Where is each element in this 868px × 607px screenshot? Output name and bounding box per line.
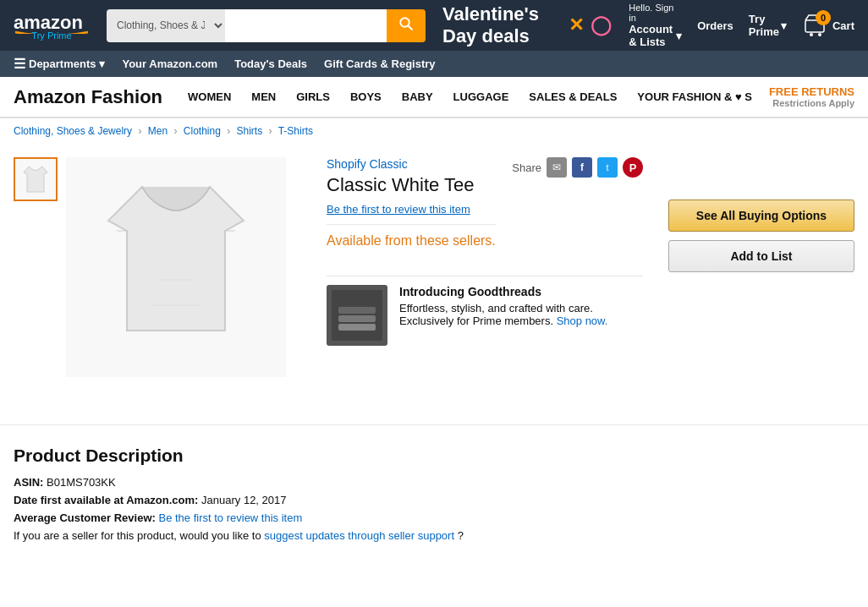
- share-label: Share: [512, 161, 541, 174]
- nav-girls[interactable]: GIRLS: [296, 90, 330, 103]
- goodthreads-text: Introducing Goodthreads Effortless, styl…: [399, 285, 643, 327]
- fashion-nav: WOMEN MEN GIRLS BOYS BABY LUGGAGE SALES …: [188, 90, 769, 103]
- product-thumbnail-1[interactable]: [14, 157, 58, 201]
- nav-men[interactable]: MEN: [251, 90, 276, 103]
- try-prime-btn[interactable]: Try Prime ▾: [749, 13, 787, 38]
- nav-luggage[interactable]: LUGGAGE: [453, 90, 509, 103]
- fashion-header: Amazon Fashion WOMEN MEN GIRLS BOYS BABY…: [0, 77, 868, 118]
- sub-nav: ☰ Departments ▾ Your Amazon.com Today's …: [0, 51, 868, 77]
- date-row: Date first available at Amazon.com: Janu…: [14, 494, 854, 506]
- try-prime-label[interactable]: Try Prime: [31, 30, 71, 41]
- top-right-controls: Hello. Sign in Account & Lists ▾ Orders …: [629, 3, 854, 48]
- goodthreads-img-svg: [332, 290, 382, 341]
- svg-rect-11: [338, 307, 376, 314]
- orders-link[interactable]: Orders: [697, 19, 733, 32]
- valentines-banner: Valentine's Day deals ✕ ◯: [442, 3, 612, 47]
- top-banner: amazon Try Prime Clothing, Shoes & Je...…: [0, 0, 868, 51]
- svg-rect-12: [338, 315, 376, 322]
- product-tee-image: [91, 170, 261, 364]
- svg-point-5: [818, 33, 821, 36]
- goodthreads-image: [327, 285, 387, 346]
- review-row: Average Customer Review: Be the first to…: [14, 511, 854, 524]
- main-product-image[interactable]: [66, 157, 286, 377]
- thumbnail-list: [14, 157, 58, 377]
- free-returns: FREE RETURNS Restrictions Apply: [769, 85, 854, 108]
- share-pinterest-button[interactable]: P: [623, 157, 643, 178]
- svg-line-2: [408, 25, 412, 30]
- divider-1: [327, 224, 496, 225]
- share-twitter-button[interactable]: t: [597, 157, 618, 178]
- search-icon: [398, 16, 414, 31]
- fashion-logo[interactable]: Amazon Fashion: [14, 86, 162, 108]
- goodthreads-shop-link[interactable]: Shop now.: [557, 314, 608, 327]
- product-description-section: Product Description ASIN: B01MS703KK Dat…: [0, 424, 868, 567]
- share-row: Share ✉ f t P: [512, 157, 643, 178]
- pinterest-icon: P: [629, 161, 637, 174]
- nav-women[interactable]: WOMEN: [188, 90, 231, 103]
- breadcrumb-men[interactable]: Men: [148, 125, 168, 137]
- search-bar[interactable]: Clothing, Shoes & Je...: [107, 9, 426, 42]
- share-email-button[interactable]: ✉: [547, 157, 567, 178]
- breadcrumb-tshirts[interactable]: T-Shirts: [278, 125, 313, 137]
- gift-cards-link[interactable]: Gift Cards & Registry: [324, 57, 435, 70]
- svg-point-1: [400, 18, 409, 27]
- sign-in-block[interactable]: Hello. Sign in Account & Lists ▾: [629, 3, 682, 48]
- breadcrumb-clothing[interactable]: Clothing: [184, 125, 221, 137]
- available-text: Available from these sellers.: [327, 233, 496, 249]
- breadcrumb: Clothing, Shoes & Jewelry › Men › Clothi…: [0, 118, 868, 144]
- see-all-buying-button[interactable]: See All Buying Options: [668, 200, 854, 232]
- svg-point-4: [810, 33, 813, 36]
- cart-button[interactable]: 0 Cart: [802, 14, 854, 37]
- product-brand[interactable]: Shopify Classic: [327, 157, 496, 171]
- goodthreads-desc: Effortless, stylish, and crafted with ca…: [399, 302, 643, 327]
- thumb-tee-icon: [20, 162, 51, 196]
- nav-baby[interactable]: BABY: [402, 90, 433, 103]
- nav-boys[interactable]: BOYS: [350, 90, 382, 103]
- review-link[interactable]: Be the first to review this item: [327, 203, 470, 216]
- breadcrumb-clothing-shoes[interactable]: Clothing, Shoes & Jewelry: [14, 125, 132, 137]
- hamburger-icon: ☰: [14, 56, 25, 72]
- search-category-select[interactable]: Clothing, Shoes & Je...: [107, 9, 225, 42]
- svg-rect-13: [338, 324, 376, 331]
- add-to-list-button[interactable]: Add to List: [668, 240, 854, 272]
- breadcrumb-shirts[interactable]: Shirts: [237, 125, 263, 137]
- twitter-icon: t: [606, 162, 608, 172]
- your-amazon-link[interactable]: Your Amazon.com: [122, 57, 217, 70]
- header-right: Valentine's Day deals ✕ ◯ Hello. Sign in…: [442, 3, 854, 48]
- email-icon: ✉: [552, 161, 561, 173]
- buy-box: See All Buying Options Add to List: [668, 157, 854, 377]
- departments-button[interactable]: ☰ Departments ▾: [14, 56, 105, 72]
- product-info: Shopify Classic Classic White Tee Be the…: [327, 157, 643, 377]
- asin-row: ASIN: B01MS703KK: [14, 476, 854, 489]
- seller-row: If you are a seller for this product, wo…: [14, 529, 854, 542]
- product-images: [14, 157, 301, 377]
- cart-count: 0: [816, 10, 831, 25]
- nav-your-fashion[interactable]: YOUR FASHION & ♥ S: [637, 90, 752, 103]
- todays-deals-link[interactable]: Today's Deals: [234, 57, 307, 70]
- facebook-icon: f: [580, 161, 584, 173]
- product-description-title: Product Description: [14, 446, 854, 466]
- first-review-link[interactable]: Be the first to review this item: [158, 511, 302, 524]
- product-area: Shopify Classic Classic White Tee Be the…: [0, 144, 868, 391]
- seller-support-link[interactable]: suggest updates through seller support: [264, 529, 454, 542]
- amazon-logo[interactable]: amazon Try Prime: [14, 10, 90, 41]
- goodthreads-title: Introducing Goodthreads: [399, 285, 643, 298]
- share-facebook-button[interactable]: f: [572, 157, 592, 178]
- search-input[interactable]: [225, 9, 387, 42]
- goodthreads-box: Introducing Goodthreads Effortless, styl…: [327, 276, 643, 354]
- search-button[interactable]: [387, 9, 426, 42]
- nav-sales-deals[interactable]: SALES & DEALS: [529, 90, 617, 103]
- product-title: Classic White Tee: [327, 174, 496, 196]
